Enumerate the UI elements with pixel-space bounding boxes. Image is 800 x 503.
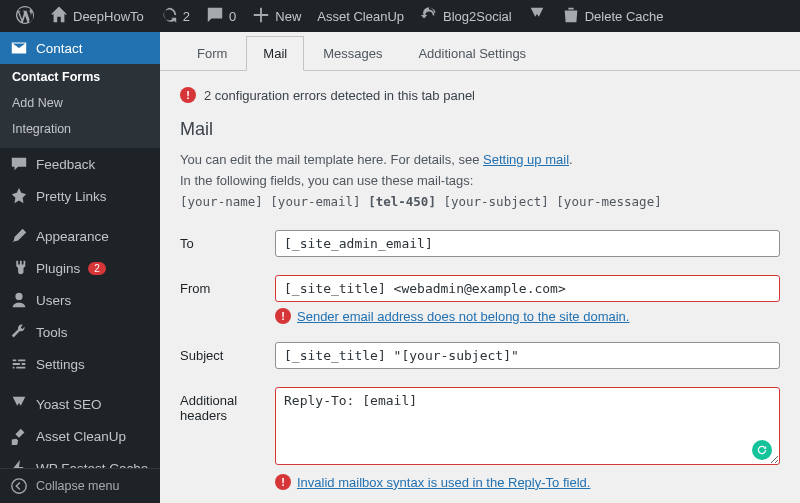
setup-mail-link[interactable]: Setting up mail xyxy=(483,152,569,167)
from-error-link[interactable]: Sender email address does not belong to … xyxy=(297,309,629,324)
row-additional-headers: Additional headers ! Invalid mailbox syn… xyxy=(180,387,780,490)
cache-link[interactable]: Delete Cache xyxy=(554,0,672,32)
bolt-icon xyxy=(10,459,28,468)
to-label: To xyxy=(180,230,275,251)
sidebar-item-wpfc[interactable]: WP Fastest Cache xyxy=(0,452,160,468)
new-label: New xyxy=(275,9,301,24)
updates-count: 2 xyxy=(183,9,190,24)
wrench-icon xyxy=(10,323,28,341)
sidebar-item-contact[interactable]: Contact xyxy=(0,32,160,64)
sidebar-item-label: Asset CleanUp xyxy=(36,429,126,444)
yoast-icon xyxy=(528,6,546,27)
sidebar-sub-integration[interactable]: Integration xyxy=(0,116,160,142)
asset-label: Asset CleanUp xyxy=(317,9,404,24)
admin-sidebar: Contact Contact Forms Add New Integratio… xyxy=(0,32,160,503)
sidebar-item-feedback[interactable]: Feedback xyxy=(0,148,160,180)
sidebar-item-label: Yoast SEO xyxy=(36,397,102,412)
b2s-label: Blog2Social xyxy=(443,9,512,24)
comments-link[interactable]: 0 xyxy=(198,0,244,32)
sidebar-submenu-contact: Contact Forms Add New Integration xyxy=(0,64,160,148)
subject-input[interactable] xyxy=(275,342,780,369)
sidebar-item-label: Users xyxy=(36,293,71,308)
tab-form[interactable]: Form xyxy=(180,36,244,70)
from-label: From xyxy=(180,275,275,296)
update-icon xyxy=(160,6,178,27)
cache-label: Delete Cache xyxy=(585,9,664,24)
from-input[interactable] xyxy=(275,275,780,302)
trash-icon xyxy=(562,6,580,27)
mail-tags: [your-name] [your-email] [tel-450] [your… xyxy=(180,194,662,209)
subject-label: Subject xyxy=(180,342,275,363)
brush-icon xyxy=(10,227,28,245)
plugin-icon xyxy=(10,259,28,277)
desc-text-2: In the following fields, you can use the… xyxy=(180,173,473,188)
error-icon: ! xyxy=(275,308,291,324)
tab-messages[interactable]: Messages xyxy=(306,36,399,70)
sidebar-item-label: Appearance xyxy=(36,229,109,244)
collapse-button[interactable]: Collapse menu xyxy=(0,468,160,503)
sidebar-item-label: WP Fastest Cache xyxy=(36,461,148,469)
sidebar-item-settings[interactable]: Settings xyxy=(0,348,160,380)
sidebar-item-label: Pretty Links xyxy=(36,189,107,204)
sidebar-item-asset[interactable]: Asset CleanUp xyxy=(0,420,160,452)
banner-text: 2 configuration errors detected in this … xyxy=(204,88,475,103)
sidebar-sub-contact-forms[interactable]: Contact Forms xyxy=(0,64,160,90)
yoast-icon xyxy=(10,395,28,413)
tab-mail[interactable]: Mail xyxy=(246,36,304,71)
sidebar-item-label: Contact xyxy=(36,41,83,56)
plus-icon xyxy=(252,6,270,27)
star-icon xyxy=(10,187,28,205)
addh-error: ! Invalid mailbox syntax is used in the … xyxy=(275,474,780,490)
mail-icon xyxy=(10,39,28,57)
updates-link[interactable]: 2 xyxy=(152,0,198,32)
b2s-link[interactable]: Blog2Social xyxy=(412,0,520,32)
new-link[interactable]: New xyxy=(244,0,309,32)
asset-link[interactable]: Asset CleanUp xyxy=(309,0,412,32)
mail-description: You can edit the mail template here. For… xyxy=(180,150,780,212)
sidebar-item-pretty-links[interactable]: Pretty Links xyxy=(0,180,160,212)
tab-row: Form Mail Messages Additional Settings xyxy=(160,32,800,71)
sidebar-item-yoast[interactable]: Yoast SEO xyxy=(0,388,160,420)
broom-icon xyxy=(10,427,28,445)
collapse-icon xyxy=(10,477,28,495)
sidebar-item-tools[interactable]: Tools xyxy=(0,316,160,348)
sidebar-sub-add-new[interactable]: Add New xyxy=(0,90,160,116)
sidebar-item-users[interactable]: Users xyxy=(0,284,160,316)
comment-icon xyxy=(206,6,224,27)
content-area: Form Mail Messages Additional Settings !… xyxy=(160,32,800,503)
sidebar-item-label: Plugins xyxy=(36,261,80,276)
row-from: From ! Sender email address does not bel… xyxy=(180,275,780,324)
sidebar-item-label: Tools xyxy=(36,325,68,340)
sliders-icon xyxy=(10,355,28,373)
sidebar-item-label: Feedback xyxy=(36,157,95,172)
config-error-banner: ! 2 configuration errors detected in thi… xyxy=(180,87,780,103)
site-link[interactable]: DeepHowTo xyxy=(42,0,152,32)
user-icon xyxy=(10,291,28,309)
yoast-link[interactable] xyxy=(520,0,554,32)
to-input[interactable] xyxy=(275,230,780,257)
tab-additional[interactable]: Additional Settings xyxy=(401,36,543,70)
desc-text-1: You can edit the mail template here. For… xyxy=(180,152,483,167)
row-to: To xyxy=(180,230,780,257)
admin-toolbar: DeepHowTo 2 0 New Asset CleanUp Blog2Soc… xyxy=(0,0,800,32)
error-icon: ! xyxy=(275,474,291,490)
comments-count: 0 xyxy=(229,9,236,24)
collapse-label: Collapse menu xyxy=(36,479,119,493)
refresh-icon xyxy=(420,6,438,27)
row-subject: Subject xyxy=(180,342,780,369)
site-title: DeepHowTo xyxy=(73,9,144,24)
plugins-count: 2 xyxy=(88,262,106,275)
addh-error-link[interactable]: Invalid mailbox syntax is used in the Re… xyxy=(297,475,590,490)
svg-point-3 xyxy=(12,479,26,493)
sidebar-item-label: Settings xyxy=(36,357,85,372)
sidebar-item-plugins[interactable]: Plugins2 xyxy=(0,252,160,284)
sidebar-item-appearance[interactable]: Appearance xyxy=(0,220,160,252)
error-icon: ! xyxy=(180,87,196,103)
page-title: Mail xyxy=(180,119,780,140)
addh-textarea[interactable] xyxy=(275,387,780,465)
home-icon xyxy=(50,6,68,27)
addh-label: Additional headers xyxy=(180,387,275,423)
from-error: ! Sender email address does not belong t… xyxy=(275,308,780,324)
wp-logo[interactable] xyxy=(8,0,42,32)
feedback-icon xyxy=(10,155,28,173)
